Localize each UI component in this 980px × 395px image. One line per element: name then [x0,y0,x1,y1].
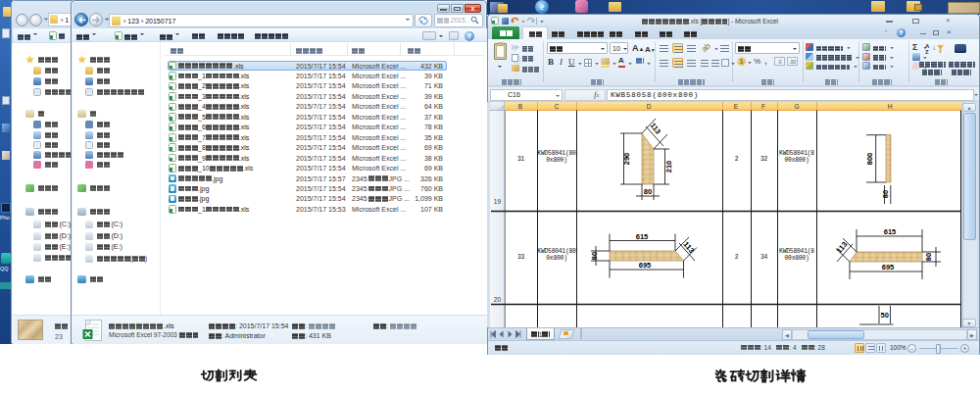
svg-text:695: 695 [639,261,652,270]
svg-text:800: 800 [865,153,874,166]
svg-text:80: 80 [644,187,652,196]
svg-text:210: 210 [664,161,673,173]
svg-text:113: 113 [649,121,662,135]
svg-text:615: 615 [636,232,649,241]
svg-text:80: 80 [881,190,890,198]
svg-text:290: 290 [622,153,631,166]
svg-text:80: 80 [590,252,599,260]
svg-text:615: 615 [884,227,897,236]
svg-text:80: 80 [924,253,933,261]
svg-text:695: 695 [882,263,895,272]
svg-text:50: 50 [881,311,889,320]
